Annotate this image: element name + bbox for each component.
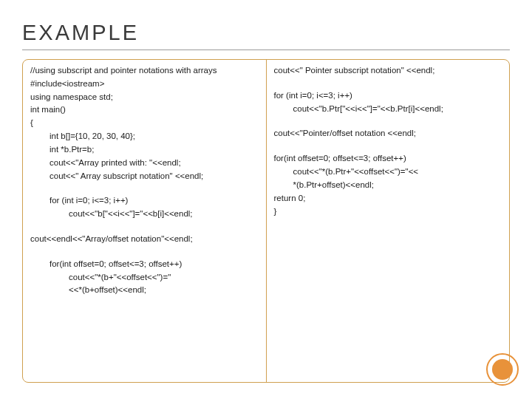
code-line: for(int offset=0; offset<=3; offset++) <box>274 152 502 166</box>
code-line: int *b.Ptr=b; <box>30 143 259 157</box>
code-line: *(b.Ptr+offset)<<endl; <box>274 179 502 192</box>
corner-decoration-icon <box>483 350 519 386</box>
code-line: cout<<" Array subscript notation" <<endl… <box>30 170 259 183</box>
code-column-left: //using subscript and pointer notations … <box>23 60 267 382</box>
spacer <box>30 183 259 194</box>
spacer <box>274 140 502 152</box>
code-line: using namespace std; <box>30 91 259 104</box>
circle-fill-icon <box>492 359 513 380</box>
spacer <box>30 246 259 258</box>
code-box: //using subscript and pointer notations … <box>22 59 510 383</box>
spacer <box>274 78 502 89</box>
slide: EXAMPLE //using subscript and pointer no… <box>0 0 532 399</box>
code-line: } <box>274 205 502 219</box>
code-line: cout<<"*(b+"<<offset<<")=" <box>30 271 259 284</box>
code-line: cout<<"b["<<i<<"]="<<b[i]<<endl; <box>30 208 259 221</box>
spacer <box>30 221 259 233</box>
code-line: #include<iostream> <box>30 78 259 91</box>
spacer <box>274 115 502 127</box>
code-line: for (int i=0; i<=3; i++) <box>30 194 259 208</box>
code-line: <<*(b+offset)<<endl; <box>30 284 259 297</box>
code-line: return 0; <box>274 192 502 205</box>
code-line: cout<<" Pointer subscript notation" <<en… <box>274 64 502 78</box>
code-line: for(int offset=0; offset<=3; offset++) <box>30 258 259 271</box>
code-line: for (int i=0; i<=3; i++) <box>274 89 502 103</box>
code-line: cout<<"Array printed with: "<<endl; <box>30 157 259 170</box>
code-line: //using subscript and pointer notations … <box>30 64 259 78</box>
code-line: int b[]={10, 20, 30, 40}; <box>30 130 259 143</box>
page-title: EXAMPLE <box>22 21 510 50</box>
code-line: cout<<endl<<"Array/offset notation"<<end… <box>30 233 259 246</box>
code-line: cout<<"Pointer/offset notation <<endl; <box>274 127 502 140</box>
code-line: cout<<"b.Ptr["<<i<<"]="<<b.Ptr[i]<<endl; <box>274 103 502 116</box>
code-line: { <box>30 117 259 130</box>
code-line: cout<<"*(b.Ptr+"<<offset<<")="<< <box>274 166 502 179</box>
code-line: int main() <box>30 103 259 117</box>
code-column-right: cout<<" Pointer subscript notation" <<en… <box>267 60 510 382</box>
